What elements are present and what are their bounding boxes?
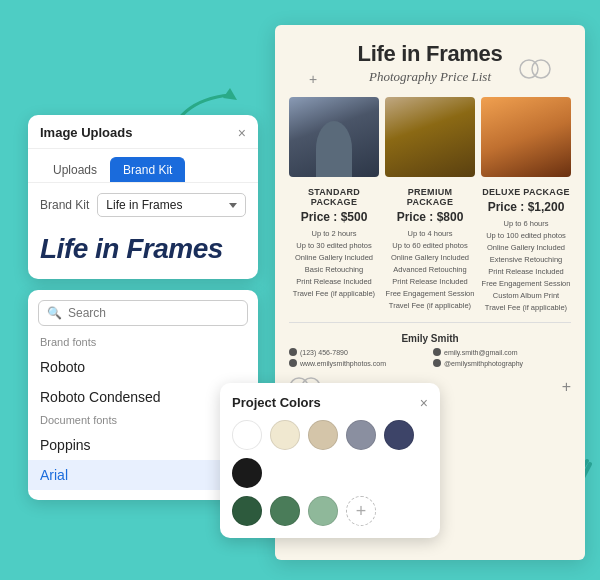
package-deluxe: Deluxe Package Price : $1,200 Up to 6 ho… (481, 187, 571, 314)
photos-row (289, 97, 571, 177)
uploads-close-button[interactable]: × (238, 126, 246, 140)
website-icon (289, 359, 297, 367)
photo-mountain (385, 97, 475, 177)
contact-website-item: www.emilysmithphotos.com (289, 359, 427, 367)
package-deluxe-features: Up to 6 hoursUp to 100 edited photosOnli… (481, 218, 571, 314)
package-standard-features: Up to 2 hoursUp to 30 edited photosOnlin… (289, 228, 379, 300)
brand-kit-select[interactable]: Life in Frames (97, 193, 246, 217)
photo-person (289, 97, 379, 177)
contact-phone: (123) 456-7890 (300, 349, 348, 356)
package-premium-price: Price : $800 (385, 210, 475, 224)
divider (289, 322, 571, 323)
package-premium-name: Premium Package (385, 187, 475, 207)
colors-row-2: + (232, 496, 428, 526)
color-swatch-navy[interactable] (384, 420, 414, 450)
package-premium: Premium Package Price : $800 Up to 4 hou… (385, 187, 475, 314)
search-icon: 🔍 (47, 306, 62, 320)
color-swatch-tan[interactable] (308, 420, 338, 450)
contact-instagram-item: @emilysmithphotography (433, 359, 571, 367)
contact-section: Emily Smith (123) 456-7890 emily.smith@g… (289, 329, 571, 371)
contact-website: www.emilysmithphotos.com (300, 360, 386, 367)
font-item-roboto[interactable]: Roboto (28, 352, 258, 382)
email-icon (433, 348, 441, 356)
package-standard-name: Standard Package (289, 187, 379, 207)
brand-fonts-label: Brand fonts (28, 334, 258, 352)
tab-uploads[interactable]: Uploads (40, 157, 110, 182)
contact-phone-item: (123) 456-7890 (289, 348, 427, 356)
contact-name: Emily Smith (289, 333, 571, 344)
instagram-icon (433, 359, 441, 367)
packages-row: Standard Package Price : $500 Up to 2 ho… (289, 187, 571, 314)
color-swatch-light-green[interactable] (308, 496, 338, 526)
colors-panel: Project Colors × + (220, 383, 440, 538)
colors-row-1 (232, 420, 428, 488)
contact-instagram: @emilysmithphotography (444, 360, 523, 367)
brand-kit-label: Brand Kit (40, 198, 89, 212)
contact-email: emily.smith@gmail.com (444, 349, 518, 356)
package-deluxe-price: Price : $1,200 (481, 200, 571, 214)
uploads-panel-header: Image Uploads × (28, 115, 258, 149)
brand-name-large: Life in Frames (28, 227, 258, 279)
color-swatch-cream[interactable] (270, 420, 300, 450)
color-swatch-white[interactable] (232, 420, 262, 450)
phone-icon (289, 348, 297, 356)
contact-email-item: emily.smith@gmail.com (433, 348, 571, 356)
package-deluxe-name: Deluxe Package (481, 187, 571, 197)
package-standard-price: Price : $500 (289, 210, 379, 224)
brand-kit-row: Brand Kit Life in Frames (28, 183, 258, 227)
colors-panel-title: Project Colors (232, 395, 321, 410)
add-color-button[interactable]: + (346, 496, 376, 526)
decorative-circles (519, 59, 551, 83)
colors-panel-header: Project Colors × (232, 395, 428, 410)
package-standard: Standard Package Price : $500 Up to 2 ho… (289, 187, 379, 314)
color-swatch-medium-green[interactable] (270, 496, 300, 526)
tab-brand-kit[interactable]: Brand Kit (110, 157, 185, 182)
colors-close-button[interactable]: × (420, 396, 428, 410)
plus-star: + (309, 71, 317, 87)
search-input[interactable] (68, 306, 239, 320)
color-swatch-dark-green[interactable] (232, 496, 262, 526)
uploads-panel-title: Image Uploads (40, 125, 132, 140)
color-swatch-steel[interactable] (346, 420, 376, 450)
package-premium-features: Up to 4 hoursUp to 60 edited photosOnlin… (385, 228, 475, 312)
svg-point-2 (532, 60, 550, 78)
svg-marker-0 (223, 88, 237, 100)
contact-grid: (123) 456-7890 emily.smith@gmail.com www… (289, 348, 571, 367)
photo-sunset (481, 97, 571, 177)
uploads-panel: Image Uploads × Uploads Brand Kit Brand … (28, 115, 258, 279)
add-icon[interactable]: + (562, 378, 571, 396)
tabs-row: Uploads Brand Kit (28, 149, 258, 183)
color-swatch-black[interactable] (232, 458, 262, 488)
search-box[interactable]: 🔍 (38, 300, 248, 326)
